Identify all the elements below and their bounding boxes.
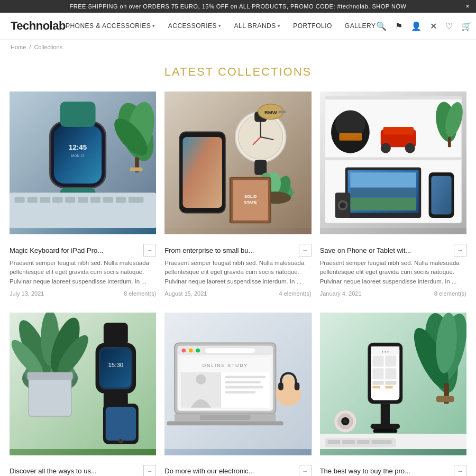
svg-rect-90: [106, 407, 136, 441]
collection-card-5: ONLINE STUDY: [160, 313, 315, 476]
header-icons: 🔍 ⚑ 👤 ✕ ♡ 🛒: [376, 21, 472, 31]
user-icon[interactable]: 👤: [411, 21, 422, 31]
logo[interactable]: Technolab: [11, 19, 66, 33]
breadcrumb-home[interactable]: Home: [11, 44, 26, 50]
collection-title-3: Save on Phone or Tablet wit...: [320, 246, 411, 254]
svg-rect-13: [65, 197, 75, 203]
svg-point-105: [196, 374, 206, 384]
nav-all-brands[interactable]: ALL BRANDS ▾: [234, 22, 280, 30]
svg-text:SOLID: SOLID: [244, 194, 257, 199]
breadcrumb-current: Collections: [34, 44, 62, 50]
nav-gallery[interactable]: GALLERY: [345, 22, 376, 30]
svg-rect-82: [27, 372, 72, 380]
svg-rect-54: [339, 133, 362, 140]
svg-rect-50: [325, 97, 461, 100]
svg-rect-146: [327, 440, 340, 444]
collection-card-3: Save on Phone or Tablet wit... → Praesen…: [316, 91, 471, 307]
svg-rect-133: [385, 355, 396, 367]
svg-rect-123: [436, 396, 454, 402]
svg-text:15:30: 15:30: [108, 362, 123, 368]
collection-card-6: ● ● ●: [316, 313, 471, 476]
page-title: LATEST COLLECTIONS: [0, 65, 476, 79]
svg-rect-115: [278, 382, 283, 390]
collection-image-4[interactable]: 15:30: [10, 313, 156, 455]
nav-portfolio[interactable]: PORTFOLIO: [293, 22, 332, 30]
svg-text:● ● ●: ● ● ●: [381, 350, 389, 353]
svg-rect-148: [356, 440, 369, 444]
collection-title-6: The best way to buy the pro...: [320, 467, 410, 475]
svg-rect-134: [372, 368, 383, 379]
svg-rect-10: [27, 197, 37, 203]
cart-icon[interactable]: 🛒: [461, 21, 472, 31]
collection-elements-2: 4 element(s): [279, 290, 312, 297]
header: Technolab PHONES & ACCESSORIES ▾ ACCESSO…: [0, 13, 476, 40]
svg-rect-58: [383, 127, 413, 134]
compare-icon[interactable]: ✕: [430, 21, 437, 31]
svg-rect-87: [104, 323, 128, 345]
collection-elements-3: 8 element(s): [434, 290, 466, 297]
svg-rect-81: [29, 376, 71, 416]
svg-rect-65: [350, 172, 416, 188]
collection-title-bar-4: Discover all the ways to us... →: [10, 461, 156, 476]
collection-arrow-1[interactable]: →: [143, 244, 156, 257]
collection-arrow-4[interactable]: →: [143, 465, 156, 476]
collection-arrow-6[interactable]: →: [454, 465, 466, 476]
svg-point-57: [405, 143, 415, 153]
collection-image-5[interactable]: ONLINE STUDY: [164, 313, 311, 455]
collection-arrow-2[interactable]: →: [299, 244, 312, 257]
nav-phones-accessories[interactable]: PHONES & ACCESSORIES ▾: [66, 22, 155, 30]
collection-image-2[interactable]: BMW SOLID STATE: [164, 91, 311, 234]
svg-rect-132: [372, 355, 383, 367]
collection-meta-2: August 15, 2021 4 element(s): [164, 290, 311, 297]
search-icon[interactable]: 🔍: [376, 21, 387, 31]
svg-rect-18: [129, 197, 144, 203]
top-banner: FREE SHIPPING on over ORDERS 75 EURO, 15…: [0, 0, 476, 13]
collection-image-6[interactable]: ● ● ●: [320, 313, 466, 455]
svg-rect-11: [40, 197, 50, 203]
collection-title-1: Magic Keyboard for iPad Pro...: [10, 246, 103, 254]
svg-point-98: [189, 349, 193, 353]
svg-rect-9: [15, 197, 25, 203]
svg-point-99: [196, 349, 200, 353]
collection-desc-1: Praesent semper feugiat nibh sed. Nulla …: [10, 259, 156, 286]
svg-rect-111: [200, 415, 251, 420]
banner-text: FREE SHIPPING on over ORDERS 75 EURO, 15…: [70, 3, 407, 10]
svg-rect-107: [225, 381, 261, 383]
svg-rect-108: [225, 386, 263, 388]
collection-arrow-3[interactable]: →: [454, 244, 466, 257]
collection-image-3[interactable]: [320, 91, 466, 234]
svg-rect-12: [52, 197, 62, 203]
collection-title-bar-1: Magic Keyboard for iPad Pro... →: [10, 240, 156, 259]
collection-date-3: January 4, 2021: [320, 290, 362, 297]
main-nav: PHONES & ACCESSORIES ▾ ACCESSORIES ▾ ALL…: [66, 22, 376, 30]
svg-rect-126: [373, 429, 397, 433]
wishlist-icon[interactable]: ♡: [445, 21, 453, 31]
collection-desc-3: Praesent semper feugiat nibh sed. Nulla …: [320, 259, 466, 286]
svg-text:12:45: 12:45: [69, 143, 87, 151]
svg-rect-100: [205, 348, 256, 353]
svg-text:BMW: BMW: [264, 109, 277, 115]
collection-card-2: BMW SOLID STATE From enterprise to small…: [160, 91, 315, 307]
collections-grid: 12:45 MON 13: [0, 91, 476, 476]
svg-point-91: [119, 438, 123, 443]
svg-rect-66: [350, 188, 416, 198]
collection-date-1: July 13, 2021: [10, 290, 44, 297]
nav-accessories[interactable]: ACCESSORIES ▾: [168, 22, 222, 30]
svg-point-143: [343, 419, 347, 424]
collection-meta-3: January 4, 2021 8 element(s): [320, 290, 466, 297]
collection-card-1: 12:45 MON 13: [5, 91, 160, 307]
collection-image-1[interactable]: 12:45 MON 13: [10, 91, 156, 234]
collection-title-5: Do more with our electronic...: [164, 467, 254, 475]
svg-point-72: [340, 202, 345, 208]
svg-rect-106: [225, 376, 266, 378]
svg-rect-37: [278, 111, 286, 113]
collection-title-bar-5: Do more with our electronic... →: [164, 461, 311, 476]
flag-icon[interactable]: ⚑: [395, 21, 402, 31]
svg-rect-125: [370, 424, 399, 429]
collection-arrow-5[interactable]: →: [299, 465, 312, 476]
collection-title-bar-2: From enterprise to small bu... →: [164, 240, 311, 259]
svg-rect-136: [372, 381, 383, 385]
svg-text:MON 13: MON 13: [71, 154, 85, 158]
svg-rect-26: [183, 137, 223, 208]
banner-close-button[interactable]: ×: [465, 3, 470, 10]
